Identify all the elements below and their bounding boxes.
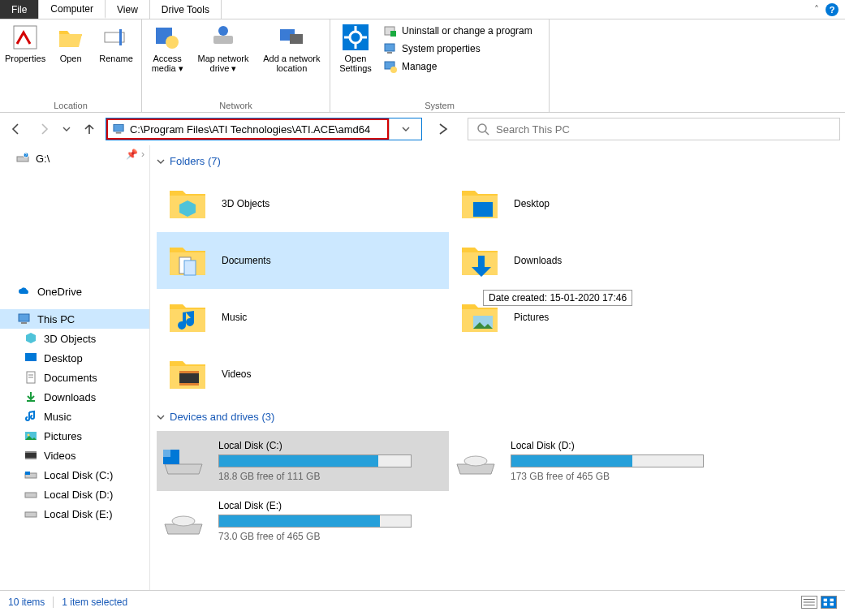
svg-rect-21: [114, 124, 123, 131]
tab-computer[interactable]: Computer: [39, 0, 106, 19]
search-input[interactable]: [496, 123, 831, 136]
sidebar-item-music[interactable]: Music: [0, 407, 149, 426]
drive-usage-bar: [511, 454, 704, 467]
svg-text:?: ?: [25, 153, 28, 157]
rename-button[interactable]: Rename: [94, 21, 138, 67]
address-history-button[interactable]: [389, 118, 421, 140]
open-label: Open: [60, 54, 82, 63]
folder-label: Desktop: [514, 198, 550, 209]
drive-name: Local Disk (D:): [511, 440, 733, 451]
group-header-folders[interactable]: Folders (7): [157, 152, 845, 175]
status-item-count: 10 items: [8, 597, 45, 608]
uninstall-button[interactable]: Uninstall or change a program: [384, 24, 532, 37]
drive-d[interactable]: Local Disk (D:) 173 GB free of 465 GB: [449, 431, 741, 491]
svg-point-6: [218, 26, 228, 36]
svg-rect-22: [116, 132, 122, 134]
svg-rect-29: [21, 322, 27, 324]
back-button[interactable]: [5, 118, 28, 140]
svg-rect-41: [25, 472, 30, 475]
folder-desktop[interactable]: Desktop: [449, 175, 741, 232]
search-box[interactable]: [468, 118, 840, 140]
svg-point-23: [478, 124, 486, 132]
pin-icon[interactable]: 📌: [126, 149, 138, 160]
tab-file[interactable]: File: [0, 0, 39, 19]
recent-locations-button[interactable]: [60, 118, 73, 140]
navigation-bar: [0, 113, 845, 145]
drive-e[interactable]: Local Disk (E:) 73.0 GB free of 465 GB: [157, 491, 449, 551]
folder-3dobjects[interactable]: 3D Objects: [157, 175, 449, 232]
system-properties-button[interactable]: System properties: [384, 42, 532, 55]
svg-rect-30: [25, 353, 37, 361]
sidebar-item-onedrive[interactable]: OneDrive: [0, 282, 149, 301]
sidebar-item-label: Pictures: [44, 430, 82, 442]
svg-point-4: [166, 36, 179, 49]
svg-point-20: [390, 67, 397, 73]
open-settings-label: Open Settings: [335, 54, 376, 73]
ribbon: Properties Open Rename Location Access m…: [0, 19, 845, 113]
drive-c[interactable]: Local Disk (C:) 18.8 GB free of 111 GB: [157, 431, 449, 491]
sidebar-item-3dobjects[interactable]: 3D Objects: [0, 329, 149, 348]
open-button[interactable]: Open: [49, 21, 93, 67]
sidebar-item-downloads[interactable]: Downloads: [0, 387, 149, 407]
sidebar-item-pictures[interactable]: Pictures: [0, 426, 149, 446]
folder-label: 3D Objects: [222, 198, 269, 209]
folder-documents[interactable]: Documents: [157, 232, 449, 289]
sidebar-item-diske[interactable]: Local Disk (E:): [0, 504, 149, 523]
add-network-location-button[interactable]: Add a network location: [257, 21, 326, 76]
folder-label: Pictures: [514, 312, 549, 323]
svg-rect-43: [25, 512, 37, 517]
tab-drive-tools[interactable]: Drive Tools: [150, 0, 222, 19]
svg-rect-60: [824, 602, 827, 605]
ribbon-group-network: Network: [142, 99, 330, 112]
forward-button[interactable]: [32, 118, 55, 140]
svg-point-54: [172, 516, 195, 526]
uninstall-label: Uninstall or change a program: [402, 25, 532, 37]
address-input[interactable]: [130, 123, 382, 136]
folder-music[interactable]: Music: [157, 289, 449, 346]
svg-rect-59: [830, 598, 834, 601]
sidebar-item-label: Desktop: [44, 352, 83, 364]
folder-label: Music: [222, 312, 247, 323]
sidebar-item-documents[interactable]: Documents: [0, 368, 149, 387]
drive-usage-bar: [218, 515, 412, 528]
drive-name: Local Disk (E:): [218, 500, 441, 511]
open-settings-button[interactable]: Open Settings: [334, 21, 377, 76]
sidebar-item-thispc[interactable]: This PC: [0, 309, 149, 329]
group-header-drives[interactable]: Devices and drives (3): [157, 407, 845, 431]
large-icons-view-button[interactable]: [821, 596, 837, 609]
map-network-drive-button[interactable]: Map network drive ▾: [191, 21, 255, 77]
sidebar-item-desktop[interactable]: Desktop: [0, 348, 149, 368]
chevron-right-icon[interactable]: ›: [141, 149, 144, 160]
tab-view[interactable]: View: [106, 0, 150, 19]
sidebar-item-label: Music: [44, 411, 71, 423]
svg-rect-58: [824, 598, 827, 601]
svg-rect-34: [27, 400, 35, 402]
svg-rect-49: [179, 371, 199, 373]
svg-point-36: [28, 434, 30, 437]
svg-rect-8: [290, 34, 303, 44]
drive-free-text: 73.0 GB free of 465 GB: [218, 531, 441, 542]
chevron-down-icon: [157, 413, 165, 421]
collapse-ribbon-icon[interactable]: ˄: [814, 4, 819, 15]
up-button[interactable]: [78, 118, 101, 140]
manage-button[interactable]: Manage: [384, 60, 532, 73]
folder-downloads[interactable]: Downloads: [449, 232, 741, 289]
drive-usage-bar: [218, 454, 412, 467]
details-view-button[interactable]: [801, 596, 817, 609]
go-button[interactable]: [432, 118, 455, 140]
sidebar-item-diskc[interactable]: Local Disk (C:): [0, 465, 149, 485]
sidebar-item-diskd[interactable]: Local Disk (D:): [0, 485, 149, 504]
svg-rect-39: [25, 458, 37, 459]
sidebar-item-videos[interactable]: Videos: [0, 446, 149, 465]
help-icon[interactable]: ?: [826, 3, 839, 16]
sidebar-item-label: Local Disk (C:): [44, 469, 113, 481]
manage-label: Manage: [402, 61, 437, 72]
status-selected-count: 1 item selected: [62, 597, 127, 608]
search-icon: [476, 123, 489, 136]
properties-button[interactable]: Properties: [3, 21, 47, 67]
access-media-button[interactable]: Access media ▾: [145, 21, 189, 77]
ribbon-group-location: Location: [0, 99, 141, 112]
svg-rect-52: [163, 450, 170, 457]
folder-videos[interactable]: Videos: [157, 346, 449, 403]
svg-rect-28: [19, 314, 29, 321]
